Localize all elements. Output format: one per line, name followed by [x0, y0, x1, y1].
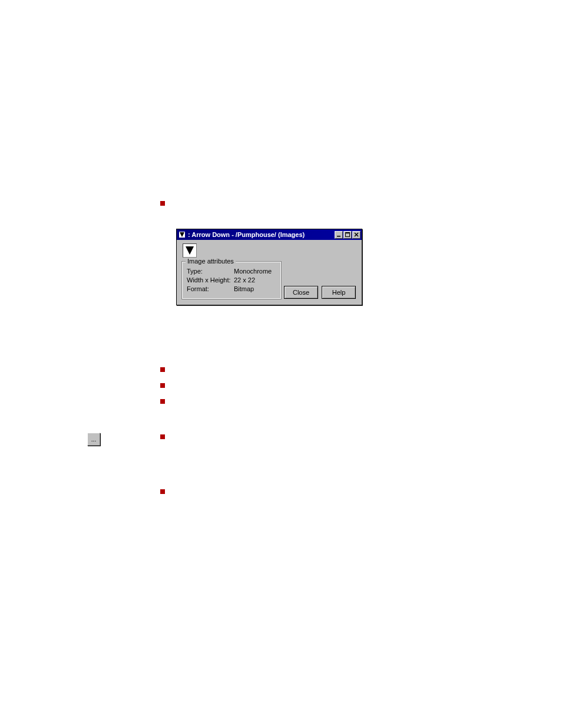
- close-dialog-button[interactable]: Close: [284, 286, 318, 299]
- attr-label: Width x Height:: [187, 276, 234, 284]
- svg-rect-4: [346, 233, 350, 234]
- close-button[interactable]: [352, 231, 361, 239]
- image-attributes-group: Image attributes Type: Monochrome Width …: [181, 261, 282, 299]
- svg-rect-2: [337, 236, 340, 237]
- attr-label: Type:: [187, 268, 234, 275]
- attr-value: 22 x 22: [234, 276, 276, 284]
- bullet-icon: [160, 367, 165, 372]
- attr-label: Format:: [187, 285, 234, 292]
- dialog-button-row: Close Help: [284, 286, 356, 299]
- bullet-icon: [160, 399, 165, 404]
- titlebar[interactable]: : Arrow Down - /Pumphouse/ (Images): [177, 229, 362, 240]
- attr-value: Monochrome: [234, 268, 276, 275]
- bullet-icon: [160, 489, 165, 494]
- bullet-icon: [160, 383, 165, 388]
- groupbox-legend: Image attributes: [186, 258, 236, 265]
- maximize-button[interactable]: [343, 231, 352, 239]
- titlebar-title: : Arrow Down - /Pumphouse/ (Images): [188, 231, 335, 238]
- ellipsis-button: ...: [87, 433, 100, 446]
- dialog-body: Image attributes Type: Monochrome Width …: [177, 240, 362, 305]
- image-preview: [183, 243, 197, 258]
- bullet-icon: [160, 434, 165, 439]
- help-button[interactable]: Help: [322, 286, 356, 299]
- attr-row-format: Format: Bitmap: [187, 285, 276, 292]
- bullet-icon: [160, 201, 165, 206]
- attr-row-type: Type: Monochrome: [187, 268, 276, 275]
- image-attributes-dialog: : Arrow Down - /Pumphouse/ (Images) Imag…: [176, 229, 362, 305]
- attr-value: Bitmap: [234, 285, 276, 292]
- minimize-button[interactable]: [335, 231, 343, 239]
- attr-row-dimensions: Width x Height: 22 x 22: [187, 276, 276, 284]
- titlebar-app-icon: [178, 230, 186, 239]
